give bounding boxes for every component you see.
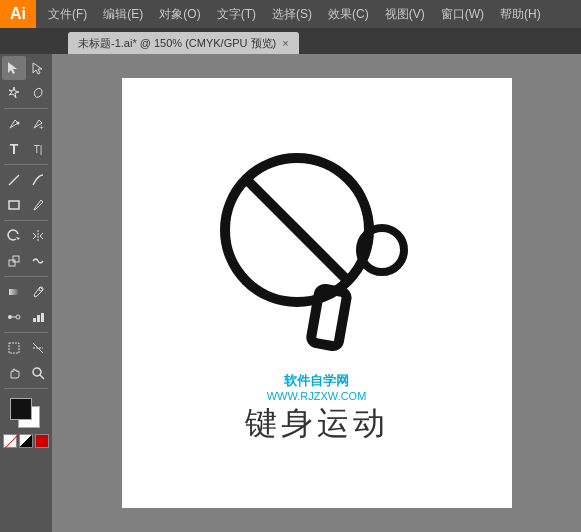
tab-close-button[interactable]: × xyxy=(282,37,288,49)
svg-line-24 xyxy=(5,436,17,448)
svg-marker-0 xyxy=(8,62,17,74)
ai-logo: Ai xyxy=(0,0,36,28)
tool-row-pen: + xyxy=(0,112,52,136)
toolbar: + T T| xyxy=(0,54,52,532)
rectangle-tool[interactable] xyxy=(2,193,26,217)
menu-help[interactable]: 帮助(H) xyxy=(492,0,549,28)
menu-view[interactable]: 视图(V) xyxy=(377,0,433,28)
tool-separator-4 xyxy=(4,276,48,277)
svg-rect-18 xyxy=(41,313,44,322)
svg-point-3 xyxy=(17,122,20,125)
tool-separator-color xyxy=(4,388,48,389)
type-tool[interactable]: T xyxy=(2,137,26,161)
tool-separator-3 xyxy=(4,220,48,221)
svg-point-13 xyxy=(8,315,12,319)
svg-rect-11 xyxy=(9,289,19,295)
menu-window[interactable]: 窗口(W) xyxy=(433,0,492,28)
artboard-tool[interactable] xyxy=(2,336,26,360)
magic-wand-tool[interactable] xyxy=(2,81,26,105)
tool-row-hand xyxy=(0,361,52,385)
line-tool[interactable] xyxy=(2,168,26,192)
title-bar: Ai 文件(F) 编辑(E) 对象(O) 文字(T) 选择(S) 效果(C) 视… xyxy=(0,0,581,28)
artwork-container: 软件自学网 WWW.RJZXW.COM 键身运动 xyxy=(197,140,437,446)
paddle-svg xyxy=(197,140,437,360)
canvas-area[interactable]: 软件自学网 WWW.RJZXW.COM 键身运动 xyxy=(52,54,581,532)
scale-tool[interactable] xyxy=(2,249,26,273)
lasso-tool[interactable] xyxy=(26,81,50,105)
color-area xyxy=(3,396,49,448)
menu-file[interactable]: 文件(F) xyxy=(40,0,95,28)
watermark-text: 软件自学网 xyxy=(284,372,349,390)
add-anchor-tool[interactable]: + xyxy=(26,112,50,136)
arc-tool[interactable] xyxy=(26,168,50,192)
svg-line-23 xyxy=(40,375,44,379)
menu-bar: 文件(F) 编辑(E) 对象(O) 文字(T) 选择(S) 效果(C) 视图(V… xyxy=(36,0,581,28)
touch-type-tool[interactable]: T| xyxy=(26,137,50,161)
foreground-color-box[interactable] xyxy=(10,398,32,420)
color-boxes xyxy=(8,396,44,432)
canvas-document: 软件自学网 WWW.RJZXW.COM 键身运动 xyxy=(122,78,512,508)
svg-rect-19 xyxy=(9,343,19,353)
eyedropper-tool[interactable] xyxy=(26,280,50,304)
blend-tool[interactable] xyxy=(2,305,26,329)
menu-object[interactable]: 对象(O) xyxy=(151,0,208,28)
menu-effect[interactable]: 效果(C) xyxy=(320,0,377,28)
tool-row-rotate xyxy=(0,224,52,248)
svg-point-22 xyxy=(33,368,41,376)
tool-row-gradient xyxy=(0,280,52,304)
svg-rect-10 xyxy=(13,256,19,262)
reflect-tool[interactable] xyxy=(26,224,50,248)
svg-marker-2 xyxy=(9,87,19,98)
tool-row-rect xyxy=(0,193,52,217)
document-tab[interactable]: 未标题-1.ai* @ 150% (CMYK/GPU 预览) × xyxy=(68,32,299,54)
svg-rect-17 xyxy=(37,315,40,322)
selection-tool[interactable] xyxy=(2,56,26,80)
caption-area: 软件自学网 WWW.RJZXW.COM 键身运动 xyxy=(245,372,389,446)
menu-edit[interactable]: 编辑(E) xyxy=(95,0,151,28)
hand-tool[interactable] xyxy=(2,361,26,385)
svg-line-5 xyxy=(9,175,19,185)
paintbrush-tool[interactable] xyxy=(26,193,50,217)
svg-marker-1 xyxy=(33,63,42,74)
menu-text[interactable]: 文字(T) xyxy=(209,0,264,28)
warp-tool[interactable] xyxy=(26,249,50,273)
swap-colors[interactable] xyxy=(19,434,33,448)
tab-label: 未标题-1.ai* @ 150% (CMYK/GPU 预览) xyxy=(78,36,276,51)
tool-separator-1 xyxy=(4,108,48,109)
tool-row-type: T T| xyxy=(0,137,52,161)
svg-marker-7 xyxy=(16,237,20,240)
main-area: + T T| xyxy=(0,54,581,532)
tool-row-line xyxy=(0,168,52,192)
slice-tool[interactable] xyxy=(26,336,50,360)
chart-tool[interactable] xyxy=(26,305,50,329)
svg-rect-6 xyxy=(9,201,19,209)
svg-rect-16 xyxy=(33,318,36,322)
pen-tool[interactable] xyxy=(2,112,26,136)
menu-select[interactable]: 选择(S) xyxy=(264,0,320,28)
zoom-tool[interactable] xyxy=(26,361,50,385)
red-indicator[interactable] xyxy=(35,434,49,448)
direct-selection-tool[interactable] xyxy=(26,56,50,80)
color-sub-row xyxy=(3,434,49,448)
svg-rect-9 xyxy=(9,260,15,266)
watermark-url: WWW.RJZXW.COM xyxy=(267,390,367,402)
svg-text:+: + xyxy=(39,123,44,131)
tool-separator-2 xyxy=(4,164,48,165)
caption-text: 键身运动 xyxy=(245,402,389,446)
tool-separator-5 xyxy=(4,332,48,333)
svg-line-26 xyxy=(245,178,349,282)
tool-row-blend xyxy=(0,305,52,329)
none-color[interactable] xyxy=(3,434,17,448)
tool-row-scale xyxy=(0,249,52,273)
svg-point-14 xyxy=(16,315,20,319)
tool-row-selection xyxy=(0,56,52,80)
tab-bar: 未标题-1.ai* @ 150% (CMYK/GPU 预览) × xyxy=(0,28,581,54)
rotate-tool[interactable] xyxy=(2,224,26,248)
tool-row-magic xyxy=(0,81,52,105)
tool-row-artboard xyxy=(0,336,52,360)
gradient-tool[interactable] xyxy=(2,280,26,304)
